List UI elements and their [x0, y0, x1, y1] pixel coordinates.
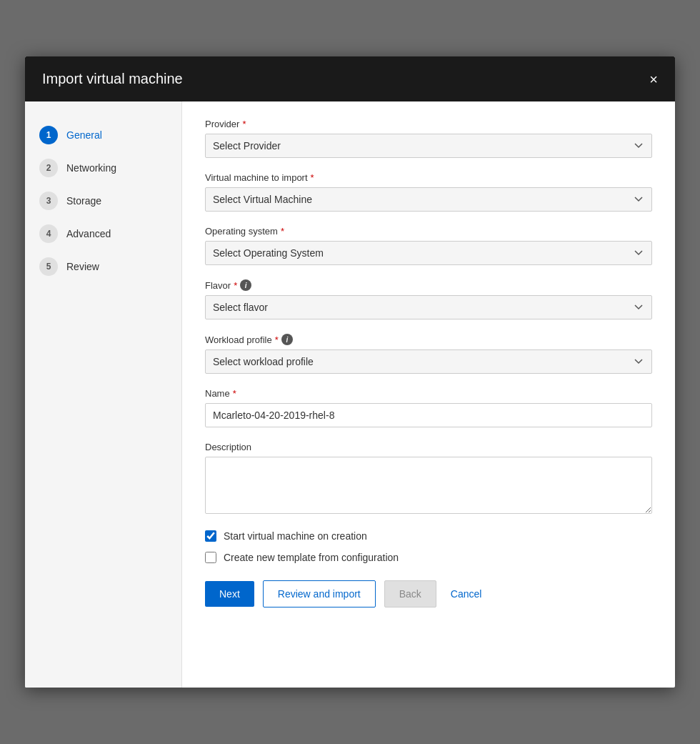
create-template-checkbox-row: Create new template from configuration [205, 552, 652, 563]
provider-label: Provider * [205, 119, 652, 129]
create-template-checkbox[interactable] [205, 552, 216, 563]
create-template-label: Create new template from configuration [224, 552, 399, 563]
step-badge-3: 3 [39, 192, 58, 210]
review-import-button[interactable]: Review and import [263, 580, 376, 607]
overlay: Import virtual machine × 1 General 2 Net… [0, 0, 700, 744]
flavor-required: * [234, 280, 237, 291]
os-select[interactable]: Select Operating System [205, 241, 652, 265]
step-badge-1: 1 [39, 126, 58, 144]
workload-profile-info-icon[interactable]: i [281, 334, 293, 345]
flavor-info-icon[interactable]: i [240, 279, 251, 291]
start-vm-label: Start virtual machine on creation [224, 530, 367, 542]
flavor-group: Flavor * i Select flavor [205, 279, 652, 319]
virtual-machine-group: Virtual machine to import * Select Virtu… [205, 172, 652, 212]
name-input[interactable] [205, 403, 652, 427]
os-label: Operating system * [205, 226, 652, 237]
sidebar: 1 General 2 Networking 3 Storage 4 Advan… [25, 101, 182, 688]
provider-required: * [242, 119, 246, 129]
modal: Import virtual machine × 1 General 2 Net… [25, 56, 675, 688]
sidebar-item-general[interactable]: 1 General [25, 119, 181, 152]
close-button[interactable]: × [649, 72, 658, 86]
flavor-select[interactable]: Select flavor [205, 295, 652, 319]
step-badge-5: 5 [39, 257, 58, 276]
sidebar-item-label-storage: Storage [66, 195, 101, 207]
sidebar-item-networking[interactable]: 2 Networking [25, 152, 181, 184]
workload-profile-select[interactable]: Select workload profile [205, 349, 652, 374]
workload-profile-label: Workload profile * i [205, 334, 652, 345]
start-vm-checkbox-row: Start virtual machine on creation [205, 530, 652, 542]
description-textarea[interactable] [205, 457, 652, 514]
virtual-machine-select[interactable]: Select Virtual Machine [205, 187, 652, 212]
sidebar-item-storage[interactable]: 3 Storage [25, 184, 181, 217]
workload-profile-group: Workload profile * i Select workload pro… [205, 334, 652, 374]
flavor-label: Flavor * i [205, 279, 652, 291]
sidebar-item-review[interactable]: 5 Review [25, 250, 181, 283]
description-group: Description [205, 442, 652, 516]
sidebar-item-advanced[interactable]: 4 Advanced [25, 217, 181, 250]
start-vm-checkbox[interactable] [205, 530, 216, 542]
back-button: Back [384, 580, 436, 607]
sidebar-item-label-general: General [66, 129, 102, 141]
workload-profile-required: * [275, 334, 279, 345]
virtual-machine-required: * [311, 172, 314, 183]
os-required: * [281, 226, 284, 237]
virtual-machine-label: Virtual machine to import * [205, 172, 652, 183]
next-button[interactable]: Next [205, 581, 254, 607]
modal-header: Import virtual machine × [25, 56, 675, 101]
sidebar-item-label-review: Review [66, 261, 99, 272]
provider-group: Provider * Select Provider [205, 119, 652, 158]
name-required: * [233, 388, 236, 399]
form-area: Provider * Select Provider Virtual machi… [182, 101, 675, 688]
sidebar-item-label-networking: Networking [66, 162, 116, 174]
cancel-button[interactable]: Cancel [445, 581, 488, 607]
description-label: Description [205, 442, 652, 452]
name-label: Name * [205, 388, 652, 399]
footer-actions: Next Review and import Back Cancel [205, 580, 652, 607]
modal-body: 1 General 2 Networking 3 Storage 4 Advan… [25, 101, 675, 688]
name-group: Name * [205, 388, 652, 427]
modal-title: Import virtual machine [42, 71, 183, 87]
sidebar-item-label-advanced: Advanced [66, 228, 111, 239]
step-badge-4: 4 [39, 224, 58, 243]
step-badge-2: 2 [39, 159, 58, 177]
provider-select[interactable]: Select Provider [205, 134, 652, 158]
os-group: Operating system * Select Operating Syst… [205, 226, 652, 265]
